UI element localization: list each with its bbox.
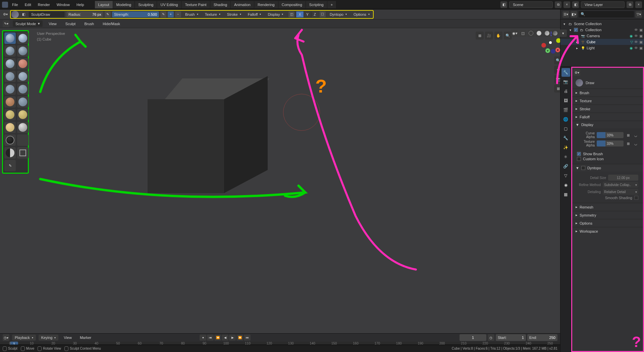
scene-del-icon[interactable]: × [564, 1, 570, 8]
radius-pressure-icon[interactable]: ✎ [105, 11, 111, 17]
3d-viewport[interactable]: ◉▾ ◫ ▾ ⊞ 🎥 ✋ 🔍 [0, 28, 644, 333]
tool-mask[interactable] [4, 147, 16, 159]
tool-draw[interactable] [4, 33, 16, 44]
ptab-viewlayer[interactable]: 🖼 [561, 96, 570, 105]
ol-light[interactable]: ▸💡Light◉👁▣ [560, 45, 644, 51]
tool-clay-strips[interactable] [4, 45, 16, 57]
ptab-world[interactable]: 🌐 [561, 115, 570, 124]
restrict-icon[interactable]: 👁 [634, 28, 638, 32]
menu-edit[interactable]: Edit [22, 1, 34, 8]
shading-lookdev[interactable] [543, 30, 551, 37]
tool-nudge[interactable] [17, 122, 29, 133]
tl-keying[interactable]: Keying [39, 335, 59, 341]
show-brush-check[interactable]: ✓ [577, 152, 581, 156]
tool-fill[interactable] [17, 83, 29, 95]
hdr-view[interactable]: View [46, 20, 59, 27]
play-rev[interactable]: ◀ [222, 335, 228, 341]
viewlayer-del-icon[interactable]: × [635, 1, 642, 8]
tool-clay[interactable] [17, 33, 29, 44]
scene-new-icon[interactable]: ⧉ [555, 1, 561, 8]
scene-browse-icon[interactable]: ◧ [500, 1, 507, 8]
hdr-sculpt[interactable]: Sculpt [63, 20, 78, 27]
ws-layout[interactable]: Layout [95, 1, 113, 8]
menu-file[interactable]: File [9, 1, 21, 8]
viewlayer-name-field[interactable]: View Layer [581, 1, 625, 8]
psec-workspace[interactable]: ▸Workspace [572, 227, 643, 235]
tool-layer[interactable] [17, 45, 29, 57]
tool-scrape[interactable] [4, 96, 16, 108]
tool-flatten[interactable] [4, 83, 16, 95]
ptab-texture[interactable]: ▦ [561, 190, 570, 199]
direction-add-icon[interactable]: + [168, 11, 174, 17]
direction-sub-icon[interactable]: − [175, 11, 181, 17]
end-frame[interactable]: End:250 [527, 334, 557, 341]
brush-browse-icon[interactable]: ◧ [20, 11, 27, 18]
dyntopo-check[interactable]: ☐ [320, 11, 326, 17]
hdr-brush[interactable]: Brush [82, 20, 97, 27]
ws-add[interactable]: + [327, 1, 336, 8]
xray-toggle[interactable]: ◫ [519, 30, 527, 37]
refine-select[interactable]: Subdivide Collap..▾ [603, 182, 638, 188]
shading-rendered[interactable] [551, 30, 559, 37]
mode-selector[interactable]: Sculpt Mode▾ [13, 20, 43, 27]
menu-window[interactable]: Window [54, 1, 72, 8]
curve-alpha-vis[interactable]: ◡ [633, 132, 638, 138]
editor-type-icon[interactable]: ✎▾ [3, 20, 9, 27]
ptab-mesh[interactable]: ▽ [561, 171, 570, 180]
tool-inflate[interactable] [4, 58, 16, 69]
strength-field[interactable]: Strength: 0.500 [112, 11, 159, 17]
autokey-icon[interactable]: ● [200, 335, 206, 341]
tool-rotate[interactable] [4, 134, 16, 146]
zoom-icon[interactable]: 🔍 [504, 32, 512, 40]
outliner-search[interactable]: 🔍 [579, 11, 634, 17]
psec-symmetry[interactable]: ▸Symmetry [572, 211, 643, 219]
detail-size-field[interactable]: 12.00 px [608, 175, 638, 181]
tool-snake-hook[interactable] [17, 109, 29, 120]
clock-icon[interactable]: ◷ [488, 334, 494, 341]
tool-box-mask[interactable] [17, 147, 29, 159]
brush-name-field[interactable]: SculptDraw [28, 11, 65, 18]
outliner-display-icon[interactable]: ◧▾ [571, 11, 577, 18]
tool-blob[interactable] [17, 58, 29, 69]
strength-pressure-icon[interactable]: ✎ [160, 11, 166, 17]
curve-alpha-lock[interactable]: ⊞ [626, 132, 631, 138]
mesh-cube[interactable] [148, 78, 268, 199]
custom-icon-check[interactable] [577, 157, 581, 161]
brush-dropdown[interactable]: Brush [182, 11, 201, 17]
grab-icon[interactable]: ✋ [494, 32, 502, 40]
psec-display[interactable]: ▼Display [572, 121, 643, 128]
ptab-output[interactable]: 🖨 [561, 87, 570, 96]
psec-brush[interactable]: ▸Brush [572, 89, 643, 97]
detailing-select[interactable]: Relative Detail▾ [603, 189, 638, 195]
ptab-scene[interactable]: 🎬 [561, 106, 570, 114]
ptab-tool[interactable]: 🔧 [561, 68, 570, 77]
ptab-modifier[interactable]: 🔧 [561, 134, 570, 142]
ol-camera[interactable]: ▸📷Camera◉👁▣ [560, 33, 644, 39]
shading-solid[interactable] [535, 30, 543, 37]
tool-thumb[interactable] [4, 122, 16, 133]
outliner-filter-icon[interactable]: ▽▾ [635, 11, 642, 18]
tl-marker[interactable]: Marker [77, 334, 94, 341]
tool-crease[interactable] [4, 71, 16, 82]
ws-rendering[interactable]: Rendering [254, 1, 278, 8]
tool-smooth[interactable] [17, 71, 29, 82]
tool-header-menu-icon[interactable]: ⚙▾ [2, 11, 9, 18]
ws-sculpting[interactable]: Sculpting [135, 1, 157, 8]
timeline-type-icon[interactable]: ◷▾ [3, 334, 9, 341]
options-dropdown[interactable]: Options [351, 11, 372, 17]
smooth-shading-check[interactable] [634, 196, 638, 200]
brush-icon[interactable] [11, 11, 19, 18]
overlay-toggle[interactable]: ◉▾ [511, 30, 519, 37]
ptab-object[interactable]: ▢ [561, 124, 570, 133]
texture-dropdown[interactable]: Texture [202, 11, 223, 17]
falloff-dropdown[interactable]: Falloff [245, 11, 264, 17]
psec-texture[interactable]: ▸Texture [572, 97, 643, 105]
menu-help[interactable]: Help [74, 1, 87, 8]
ws-script[interactable]: Scripting [306, 1, 327, 8]
tl-playback[interactable]: Playback [12, 335, 36, 341]
restrict2-icon[interactable]: ▣ [639, 28, 643, 32]
ws-anim[interactable]: Animation [231, 1, 254, 8]
display-dropdown[interactable]: Display [265, 11, 286, 17]
jump-start[interactable]: ⏮ [207, 335, 214, 341]
axis-y[interactable]: Y [304, 11, 311, 17]
